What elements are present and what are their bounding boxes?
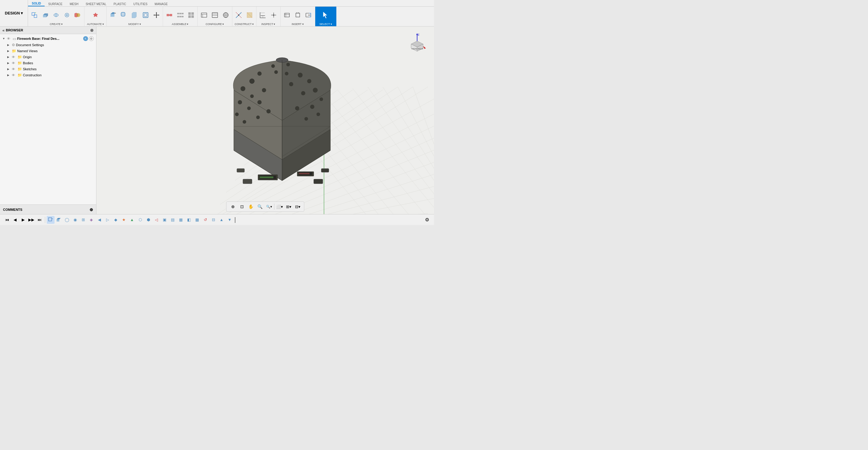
assemble-label[interactable]: ASSEMBLE ▾ (172, 23, 189, 26)
bt-icon4[interactable]: ◉ (71, 216, 79, 224)
move-icon[interactable] (151, 10, 161, 20)
joint-origin-icon[interactable] (175, 10, 185, 20)
tree-item-construction[interactable]: ▶ 👁 📁 Construction (0, 72, 96, 78)
bt-icon8[interactable]: ▷ (104, 216, 112, 224)
bt-icon9[interactable]: ◆ (112, 216, 120, 224)
bt-step-back-icon[interactable]: ◀ (11, 216, 19, 224)
zoom-icon[interactable]: 🔍 (256, 203, 264, 211)
fillet-icon[interactable] (119, 10, 129, 20)
insert-icon1[interactable] (282, 10, 292, 20)
new-joint-icon[interactable] (164, 10, 175, 20)
insert-label[interactable]: INSERT ▾ (292, 23, 304, 26)
tree-item-document-settings[interactable]: ▶ ⚙ Document Settings (0, 42, 96, 48)
tab-solid[interactable]: SOLID (28, 1, 44, 6)
view-layout-icon[interactable]: ⊟▾ (294, 203, 302, 211)
bt-icon14[interactable]: ◁ (153, 216, 160, 224)
collapse-browser-icon[interactable]: « (2, 28, 4, 33)
grid-icon[interactable]: ⊞▾ (285, 203, 293, 211)
modify-label[interactable]: MODIFY ▾ (128, 23, 141, 26)
bt-icon5[interactable]: ⊞ (79, 216, 87, 224)
orbit-icon[interactable]: ⊕ (229, 203, 237, 211)
bt-icon21[interactable]: ⊟ (210, 216, 217, 224)
eye-icon[interactable]: 👁 (12, 61, 17, 65)
extrude-icon[interactable] (40, 10, 50, 20)
tab-surface[interactable]: SURFACE (44, 2, 66, 6)
bt-icon18[interactable]: ◧ (185, 216, 193, 224)
view-cube[interactable]: Z FRONT RIGHT (406, 33, 428, 54)
svg-point-129 (313, 88, 318, 93)
root-label: Firework Base: Final Des... (17, 37, 82, 40)
insert-icon2[interactable] (293, 10, 303, 20)
sweep-icon[interactable] (62, 10, 72, 20)
viewport[interactable]: ⊕ ⊡ ✋ 🔍 🔍▾ ⬜▾ ⊞▾ ⊟▾ Z (96, 27, 434, 214)
configure-label[interactable]: CONFIGURE ▾ (206, 23, 224, 26)
tab-manage[interactable]: MANAGE (151, 2, 171, 6)
construct-icon1[interactable] (234, 10, 244, 20)
eye-icon[interactable]: 👁 (12, 67, 17, 71)
bt-icon6[interactable]: ◈ (87, 216, 95, 224)
revolve-icon[interactable] (51, 10, 61, 20)
browser-close-icon[interactable]: ⊗ (90, 28, 94, 33)
bt-icon20[interactable]: ↺ (201, 216, 209, 224)
zoom-menu-icon[interactable]: 🔍▾ (265, 203, 273, 211)
bt-step-fwd-icon[interactable]: ▶▶ (27, 216, 35, 224)
shell-icon[interactable] (141, 10, 151, 20)
bt-icon13[interactable]: ⬢ (144, 216, 152, 224)
bt-icon7[interactable]: ◀ (96, 216, 103, 224)
automate-label[interactable]: AUTOMATE ▾ (87, 23, 104, 26)
eye-icon[interactable]: 👁 (12, 73, 17, 77)
configure-icon3[interactable] (221, 10, 231, 20)
bt-timeline-marker[interactable]: | (234, 216, 236, 224)
tree-item-named-views[interactable]: ▶ 📁 Named Views (0, 48, 96, 54)
bt-icon12[interactable]: ⬡ (136, 216, 144, 224)
automate-icon[interactable] (90, 10, 101, 20)
tree-item-bodies[interactable]: ▶ 👁 📁 Bodies (0, 60, 96, 66)
select-icon[interactable] (320, 9, 332, 21)
create-label[interactable]: CREATE ▾ (50, 23, 63, 26)
settings-gear-icon[interactable]: ⚙ (423, 216, 431, 224)
pan-icon[interactable]: ✋ (247, 203, 255, 211)
bt-icon17[interactable]: ▦ (177, 216, 185, 224)
tree-root-item[interactable]: ▼ 👁 ▭ Firework Base: Final Des... K ⊙ (0, 35, 96, 42)
bt-icon15[interactable]: ▣ (161, 216, 168, 224)
tab-sheet-metal[interactable]: SHEET METAL (82, 2, 110, 6)
construct-icon2[interactable] (244, 10, 255, 20)
bt-play-icon[interactable]: ▶ (19, 216, 27, 224)
display-mode-icon[interactable]: ⬜▾ (276, 203, 284, 211)
eye-icon[interactable]: 👁 (12, 55, 17, 59)
tab-utilities[interactable]: UTILITIES (130, 2, 151, 6)
tree-item-sketches[interactable]: ▶ 👁 📁 Sketches (0, 66, 96, 72)
assemble-more-icon[interactable] (186, 10, 196, 20)
design-button[interactable]: DESIGN ▾ (0, 0, 28, 26)
bt-end-icon[interactable]: ⏭ (36, 216, 43, 224)
comments-add-icon[interactable]: ⊕ (90, 207, 93, 212)
bt-return-icon[interactable]: ⏮ (3, 216, 11, 224)
construct-label[interactable]: CONSTRUCT ▾ (235, 23, 254, 26)
tab-plastic[interactable]: PLASTIC (110, 2, 130, 6)
inspect-label[interactable]: INSPECT ▾ (261, 23, 275, 26)
eye-icon[interactable]: 👁 (7, 37, 12, 40)
insert-icon3[interactable] (304, 10, 314, 20)
inspect-icon2[interactable] (269, 10, 279, 20)
select-label[interactable]: SELECT ▾ (319, 23, 332, 26)
bt-sketch-icon[interactable] (47, 216, 55, 224)
new-component-icon[interactable]: + (29, 10, 39, 20)
configure-icon1[interactable] (199, 10, 209, 20)
configure-icon2[interactable] (210, 10, 220, 20)
press-pull-icon[interactable] (108, 10, 118, 20)
bt-icon11[interactable]: ▲ (128, 216, 136, 224)
bt-icon16[interactable]: ▤ (169, 216, 177, 224)
tree-item-origin[interactable]: ▶ 👁 📁 Origin (0, 54, 96, 60)
bt-icon3[interactable]: ◯ (63, 216, 71, 224)
bt-icon23[interactable]: ▼ (226, 216, 234, 224)
look-icon[interactable]: ⊡ (238, 203, 246, 211)
tab-mesh[interactable]: MESH (66, 2, 82, 6)
more-create-icon[interactable] (73, 10, 83, 20)
inspect-icon1[interactable] (258, 10, 268, 20)
settings-badge[interactable]: ⊙ (89, 36, 94, 41)
chamfer-icon[interactable] (130, 10, 140, 20)
bt-extrude-icon[interactable] (55, 216, 63, 224)
bt-icon22[interactable]: ▲ (218, 216, 225, 224)
bt-icon10[interactable]: ★ (120, 216, 128, 224)
bt-icon19[interactable]: ▩ (193, 216, 201, 224)
